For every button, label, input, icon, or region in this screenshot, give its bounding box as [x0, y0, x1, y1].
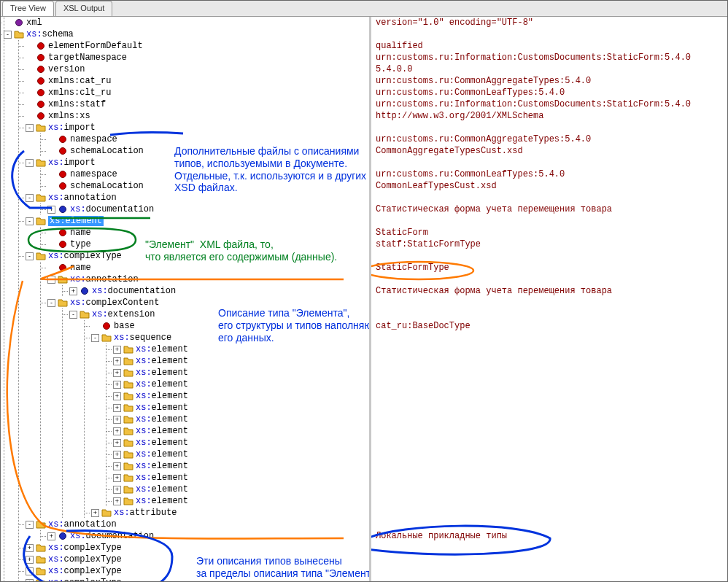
value-cell[interactable] [371, 379, 727, 390]
expander[interactable]: + [91, 509, 99, 517]
value-cell[interactable] [371, 554, 727, 565]
tree-node[interactable]: +xs:element [1, 355, 369, 367]
expander[interactable]: - [69, 311, 77, 319]
expander[interactable]: + [113, 427, 121, 435]
tree-node[interactable]: -xs:complexContent [1, 297, 369, 309]
expander[interactable]: + [113, 416, 121, 424]
tree-node[interactable]: +xs:documentation [1, 530, 369, 542]
value-cell[interactable]: statf:StaticFormType [371, 238, 727, 250]
expander[interactable]: + [113, 462, 121, 470]
value-cell[interactable] [371, 273, 727, 285]
value-cell[interactable] [371, 507, 727, 519]
tree-node[interactable]: name [1, 262, 369, 273]
value-cell[interactable] [371, 565, 727, 577]
tree-node[interactable]: +xs:documentation [1, 285, 369, 297]
expander[interactable]: + [113, 369, 121, 377]
tree-node[interactable]: -xs:sequence [1, 332, 369, 344]
value-cell[interactable] [371, 215, 727, 227]
value-cell[interactable] [371, 355, 727, 367]
tree-node[interactable]: +xs:element [1, 344, 369, 355]
value-cell[interactable]: 5.4.0.0 [371, 63, 727, 75]
expander[interactable]: - [4, 31, 12, 39]
tree-node[interactable]: -xs:element [1, 215, 369, 227]
expander[interactable]: + [26, 567, 34, 575]
tree-node[interactable]: namespace [1, 168, 369, 180]
tab-xsl-output[interactable]: XSL Output [55, 1, 112, 16]
tree-node[interactable]: -xs:annotation [1, 273, 369, 285]
tree-node[interactable]: -xs:complexType [1, 250, 369, 262]
value-cell[interactable] [371, 250, 727, 262]
expander[interactable]: + [113, 357, 121, 365]
value-cell[interactable] [371, 390, 727, 402]
value-cell[interactable]: cat_ru:BaseDocType [371, 320, 727, 332]
expander[interactable]: + [69, 287, 77, 295]
value-cell[interactable] [371, 122, 727, 133]
tree-node[interactable]: +xs:element [1, 414, 369, 425]
value-cell[interactable] [371, 157, 727, 168]
tab-tree-view[interactable]: Tree View [2, 1, 54, 16]
tree-node[interactable]: +xs:element [1, 367, 369, 379]
value-cell[interactable] [371, 460, 727, 472]
value-cell[interactable] [371, 309, 727, 320]
value-cell[interactable]: urn:customs.ru:CommonLeafTypes:5.4.0 [371, 87, 727, 98]
tree-node[interactable]: -xs:annotation [1, 192, 369, 203]
value-cell[interactable] [371, 367, 727, 379]
tree-node[interactable]: xml [1, 17, 369, 28]
value-cell[interactable]: Статистическая форма учета перемещения т… [371, 203, 727, 215]
tree-node[interactable]: xmlns:clt_ru [1, 87, 369, 98]
value-cell[interactable]: urn:customs.ru:Information:CustomsDocume… [371, 52, 727, 63]
expander[interactable]: + [26, 556, 34, 564]
tree-node[interactable]: xmlns:xs [1, 110, 369, 122]
value-cell[interactable] [371, 28, 727, 40]
value-cell[interactable] [371, 472, 727, 484]
value-cell[interactable] [371, 414, 727, 425]
expander[interactable]: + [113, 474, 121, 482]
tree-node[interactable]: name [1, 227, 369, 238]
expander[interactable]: + [113, 404, 121, 412]
expander[interactable]: + [113, 497, 121, 505]
value-cell[interactable] [371, 449, 727, 460]
expander[interactable]: + [113, 486, 121, 494]
tree-node[interactable]: +xs:documentation [1, 203, 369, 215]
tree-node[interactable]: namespace [1, 133, 369, 145]
tree-node[interactable]: xmlns:cat_ru [1, 75, 369, 87]
value-cell[interactable]: StaticForm [371, 227, 727, 238]
expander[interactable]: + [47, 532, 55, 540]
expander[interactable]: + [26, 544, 34, 552]
value-cell[interactable]: CommonAggregateTypesCust.xsd [371, 145, 727, 157]
value-cell[interactable]: Статистическая форма учета перемещения т… [371, 285, 727, 297]
tree-node[interactable]: -xs:annotation [1, 519, 369, 530]
expander[interactable]: - [26, 194, 34, 202]
tree-node[interactable]: +xs:element [1, 379, 369, 390]
expander[interactable]: - [47, 299, 55, 307]
expander[interactable]: + [113, 439, 121, 447]
value-cell[interactable] [371, 297, 727, 309]
value-cell[interactable] [371, 332, 727, 344]
expander[interactable]: - [26, 521, 34, 529]
tree-node[interactable]: version [1, 63, 369, 75]
tree-node[interactable]: +xs:element [1, 472, 369, 484]
tree-node[interactable]: -xs:extension [1, 309, 369, 320]
values-pane[interactable]: version="1.0" encoding="UTF-8"qualifiedu… [371, 17, 727, 581]
expander[interactable]: + [113, 346, 121, 354]
expander[interactable]: + [113, 381, 121, 389]
value-cell[interactable] [371, 577, 727, 581]
tree-pane[interactable]: Дополнительные файлы с описаниями типов,… [1, 17, 369, 581]
value-cell[interactable] [371, 402, 727, 414]
value-cell[interactable] [371, 344, 727, 355]
value-cell[interactable] [371, 425, 727, 437]
tree-node[interactable]: +xs:complexType [1, 554, 369, 565]
tree-node[interactable]: +xs:element [1, 437, 369, 449]
value-cell[interactable] [371, 484, 727, 495]
tree-node[interactable]: -xs:import [1, 122, 369, 133]
value-cell[interactable]: urn:customs.ru:Information:CustomsDocume… [371, 98, 727, 110]
value-cell[interactable] [371, 519, 727, 530]
tree-node[interactable]: +xs:element [1, 460, 369, 472]
tree-node[interactable]: +xs:element [1, 402, 369, 414]
tree-node[interactable]: elementFormDefault [1, 40, 369, 52]
value-cell[interactable]: CommonLeafTypesCust.xsd [371, 180, 727, 192]
value-cell[interactable] [371, 437, 727, 449]
tree-node[interactable]: -xs:import [1, 157, 369, 168]
tree-node[interactable]: +xs:complexType [1, 577, 369, 581]
value-cell[interactable]: http://www.w3.org/2001/XMLSchema [371, 110, 727, 122]
